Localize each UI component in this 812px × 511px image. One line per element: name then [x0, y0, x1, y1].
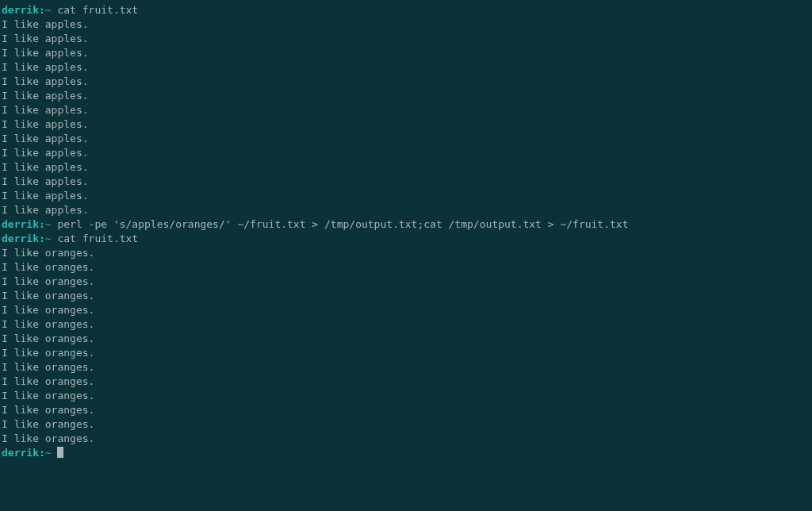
output-line: I like apples. — [2, 146, 810, 160]
output-line: I like oranges. — [2, 403, 810, 417]
command-text: cat fruit.txt — [57, 4, 138, 16]
prompt-path: ~ — [45, 232, 52, 244]
prompt-line[interactable]: derrik:~ — [2, 446, 810, 460]
output-line: I like apples. — [2, 132, 810, 146]
prompt-line[interactable]: derrik:~ perl -pe 's/apples/oranges/' ~/… — [2, 217, 810, 232]
output-line: I like oranges. — [2, 375, 810, 389]
output-line: I like apples. — [2, 189, 810, 203]
prompt-user: derrik: — [2, 447, 45, 459]
output-line: I like oranges. — [2, 332, 810, 346]
output-line: I like apples. — [2, 75, 810, 89]
output-line: I like apples. — [2, 160, 810, 175]
output-line: I like oranges. — [2, 275, 810, 289]
prompt-line[interactable]: derrik:~ cat fruit.txt — [2, 3, 810, 17]
output-line: I like oranges. — [2, 246, 810, 260]
prompt-user: derrik: — [2, 218, 45, 230]
command-text: cat fruit.txt — [57, 232, 138, 244]
cursor — [57, 447, 63, 458]
terminal[interactable]: derrik:~ cat fruit.txtI like apples.I li… — [2, 3, 810, 460]
prompt-path: ~ — [45, 4, 52, 16]
output-line: I like oranges. — [2, 432, 810, 446]
output-line: I like oranges. — [2, 389, 810, 403]
prompt-line[interactable]: derrik:~ cat fruit.txt — [2, 232, 810, 246]
prompt-user: derrik: — [2, 232, 45, 244]
output-line: I like apples. — [2, 103, 810, 117]
output-line: I like apples. — [2, 32, 810, 46]
output-line: I like oranges. — [2, 317, 810, 332]
output-line: I like apples. — [2, 89, 810, 103]
output-line: I like apples. — [2, 17, 810, 32]
prompt-user: derrik: — [2, 4, 45, 16]
output-line: I like apples. — [2, 60, 810, 75]
output-line: I like apples. — [2, 203, 810, 217]
output-line: I like oranges. — [2, 360, 810, 375]
output-line: I like oranges. — [2, 417, 810, 432]
output-line: I like oranges. — [2, 346, 810, 360]
prompt-path: ~ — [45, 447, 52, 459]
output-line: I like apples. — [2, 46, 810, 60]
command-text: perl -pe 's/apples/oranges/' ~/fruit.txt… — [57, 218, 628, 230]
output-line: I like apples. — [2, 117, 810, 132]
output-line: I like oranges. — [2, 289, 810, 303]
output-line: I like oranges. — [2, 303, 810, 317]
prompt-path: ~ — [45, 218, 52, 230]
output-line: I like apples. — [2, 175, 810, 189]
output-line: I like oranges. — [2, 260, 810, 275]
